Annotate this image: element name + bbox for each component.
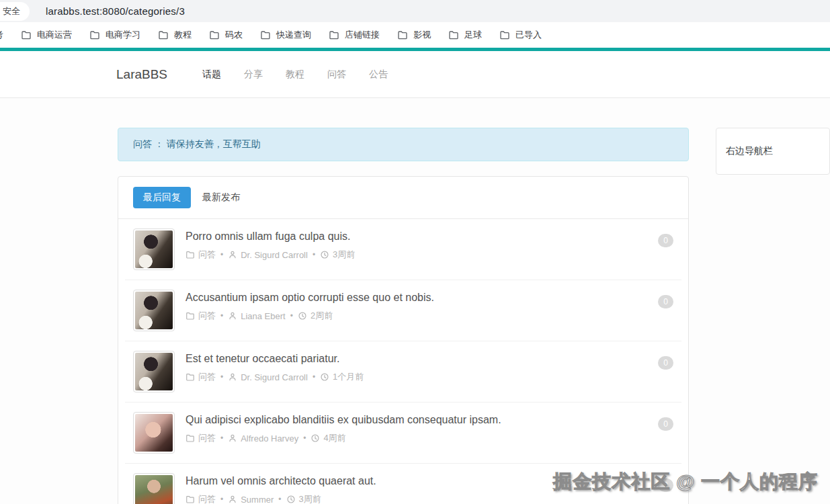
avatar[interactable] xyxy=(133,228,175,270)
topic-author[interactable]: Liana Ebert xyxy=(241,311,286,321)
folder-icon xyxy=(185,250,195,259)
topic-category[interactable]: 问答 xyxy=(198,310,216,322)
brand-logo[interactable]: LaraBBS xyxy=(116,67,167,82)
reply-count-badge: 0 xyxy=(658,295,673,308)
meta-separator: • xyxy=(278,495,281,504)
topic-tabs: 最后回复最新发布 xyxy=(118,177,688,219)
topic-main: Qui adipisci explicabo blanditiis ex qui… xyxy=(185,412,646,444)
folder-icon xyxy=(260,30,271,40)
topic-list: Porro omnis ullam fuga culpa quis. 问答 • … xyxy=(118,219,688,504)
topic-category[interactable]: 问答 xyxy=(198,371,216,383)
reply-count-badge: 0 xyxy=(658,478,673,492)
bookmark-partial-label[interactable]: 考 xyxy=(0,29,3,41)
folder-icon xyxy=(185,311,195,321)
topic-time: 3周前 xyxy=(299,493,321,504)
avatar[interactable] xyxy=(133,473,175,504)
clock-icon xyxy=(298,311,307,321)
topic-meta: 问答 • Alfredo Harvey • 4周前 xyxy=(185,432,646,444)
topic-main: Harum vel omnis architecto quaerat aut. … xyxy=(185,473,646,504)
topic-category[interactable]: 问答 xyxy=(198,432,216,444)
topic-title[interactable]: Porro omnis ullam fuga culpa quis. xyxy=(185,228,646,243)
topic-row[interactable]: Porro omnis ullam fuga culpa quis. 问答 • … xyxy=(125,219,681,280)
topic-author[interactable]: Alfredo Harvey xyxy=(241,433,298,444)
bookmark-label: 影视 xyxy=(413,29,431,41)
clock-icon xyxy=(320,372,329,382)
meta-separator: • xyxy=(220,372,223,382)
right-sidebar: 右边导航栏 xyxy=(716,128,830,175)
topic-time: 1个月前 xyxy=(333,371,364,383)
security-badge[interactable]: 安全 xyxy=(0,2,30,21)
bookmark-folder[interactable]: 已导入 xyxy=(499,29,542,41)
bookmark-label: 教程 xyxy=(174,29,192,41)
browser-url-bar[interactable]: 安全 larabbs.test:8080/categories/3 xyxy=(0,0,830,22)
bookmark-folder[interactable]: 电商学习 xyxy=(89,29,140,41)
category-alert: 问答 ： 请保持友善，互帮互助 xyxy=(118,128,689,161)
topic-title[interactable]: Harum vel omnis architecto quaerat aut. xyxy=(185,473,646,487)
bookmark-label: 快递查询 xyxy=(276,29,311,41)
meta-separator: • xyxy=(313,250,315,259)
nav-item[interactable]: 话题 xyxy=(202,69,221,81)
bookmark-folder[interactable]: 教程 xyxy=(158,29,192,41)
nav-item[interactable]: 问答 xyxy=(327,69,346,81)
topic-title[interactable]: Accusantium ipsam optio corrupti esse qu… xyxy=(185,290,646,304)
topic-meta: 问答 • Liana Ebert • 2周前 xyxy=(185,310,646,322)
topic-category[interactable]: 问答 xyxy=(198,249,216,261)
topic-main: Est et tenetur occaecati pariatur. 问答 • … xyxy=(185,351,646,383)
person-icon xyxy=(228,250,237,259)
avatar[interactable] xyxy=(133,412,175,454)
page-content: 问答 ： 请保持友善，互帮互助 最后回复最新发布 Porro omnis ull… xyxy=(0,98,830,504)
nav-links: 话题分享教程问答公告 xyxy=(202,69,411,81)
topic-row[interactable]: Harum vel omnis architecto quaerat aut. … xyxy=(125,464,681,504)
bookmark-folder[interactable]: 足球 xyxy=(448,29,482,41)
avatar[interactable] xyxy=(133,351,175,392)
bookmark-label: 电商运营 xyxy=(37,29,72,41)
meta-separator: • xyxy=(220,495,223,504)
topic-time: 2周前 xyxy=(310,310,333,322)
topic-author[interactable]: Dr. Sigurd Carroll xyxy=(241,372,308,382)
bookmark-label: 足球 xyxy=(464,29,482,41)
folder-icon xyxy=(158,30,169,40)
panel-tab[interactable]: 最新发布 xyxy=(192,187,250,208)
clock-icon xyxy=(286,495,296,504)
bookmark-folder[interactable]: 店铺链接 xyxy=(329,29,380,41)
topic-main: Accusantium ipsam optio corrupti esse qu… xyxy=(185,290,646,322)
clock-icon xyxy=(310,433,320,443)
panel-tab[interactable]: 最后回复 xyxy=(133,187,191,208)
nav-item[interactable]: 教程 xyxy=(286,69,304,81)
topic-title[interactable]: Est et tenetur occaecati pariatur. xyxy=(185,351,646,365)
url-text[interactable]: larabbs.test:8080/categories/3 xyxy=(46,5,185,17)
avatar[interactable] xyxy=(133,290,175,331)
folder-icon xyxy=(185,372,195,382)
clock-icon xyxy=(320,250,329,259)
bookmark-label: 已导入 xyxy=(515,29,542,41)
bookmark-label: 码农 xyxy=(225,29,243,41)
topic-meta: 问答 • Summer • 3周前 xyxy=(185,493,646,504)
bookmark-folder[interactable]: 码农 xyxy=(209,29,243,41)
meta-separator: • xyxy=(313,372,315,382)
folder-icon xyxy=(185,433,195,443)
bookmark-folder[interactable]: 快递查询 xyxy=(260,29,311,41)
topic-title[interactable]: Qui adipisci explicabo blanditiis ex qui… xyxy=(185,412,646,426)
main-column: 问答 ： 请保持友善，互帮互助 最后回复最新发布 Porro omnis ull… xyxy=(118,128,689,504)
topic-row[interactable]: Qui adipisci explicabo blanditiis ex qui… xyxy=(125,403,681,464)
bookmarks-bar: 考 电商运营 电商学习 教程 码农 xyxy=(0,22,830,48)
topic-meta: 问答 • Dr. Sigurd Carroll • 1个月前 xyxy=(185,371,646,383)
topic-time: 4周前 xyxy=(323,432,345,444)
bookmark-folder[interactable]: 影视 xyxy=(397,29,431,41)
topic-time: 3周前 xyxy=(333,249,355,261)
nav-item[interactable]: 分享 xyxy=(244,69,263,81)
nav-item[interactable]: 公告 xyxy=(369,69,388,81)
topic-row[interactable]: Est et tenetur occaecati pariatur. 问答 • … xyxy=(125,341,681,403)
folder-icon xyxy=(329,30,339,40)
bookmark-label: 电商学习 xyxy=(106,29,140,41)
person-icon xyxy=(228,372,237,382)
topic-category[interactable]: 问答 xyxy=(198,493,216,504)
topic-author[interactable]: Dr. Sigurd Carroll xyxy=(241,250,308,260)
topic-author[interactable]: Summer xyxy=(241,495,274,504)
topic-row[interactable]: Accusantium ipsam optio corrupti esse qu… xyxy=(125,280,681,341)
person-icon xyxy=(228,433,237,443)
bookmark-folder[interactable]: 电商运营 xyxy=(21,29,72,41)
sidebar-title: 右边导航栏 xyxy=(726,145,773,157)
folder-icon xyxy=(89,30,100,40)
reply-count-badge: 0 xyxy=(658,234,673,247)
